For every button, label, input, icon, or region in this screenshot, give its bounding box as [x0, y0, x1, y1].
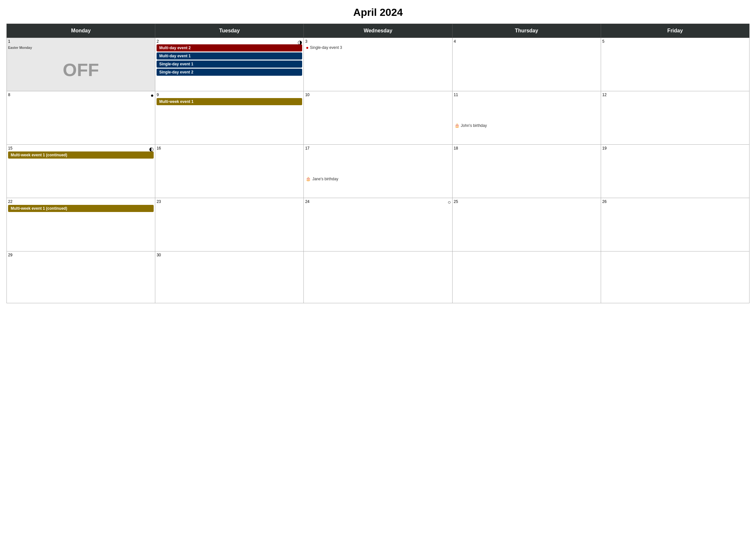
day-24: 24 ○	[304, 198, 452, 251]
week-row-4: 22 Multi-week event 1 (continued) 23 24 …	[7, 198, 749, 251]
day-number-25: 25	[454, 199, 599, 204]
day-number-23: 23	[157, 199, 302, 204]
moon-new-icon: ○	[448, 199, 451, 205]
day-number-19: 19	[602, 146, 748, 151]
day-16: 16	[155, 145, 304, 198]
day-number-1: 1	[8, 39, 154, 44]
day-30: 30	[155, 251, 304, 303]
off-text: OFF	[63, 59, 99, 80]
day-number-4: 4	[454, 39, 599, 44]
day-number-30: 30	[157, 253, 302, 257]
day-12: 12	[601, 91, 749, 145]
day-number-8: 8 ●	[8, 93, 154, 97]
day-9: 9 Multi-week event 1	[155, 91, 304, 145]
day-number-3: 3	[305, 39, 451, 44]
day-3: 3 ● Single-day event 3	[304, 38, 452, 91]
col-friday: Friday	[601, 24, 749, 38]
birthday-icon-jane: 🎂	[306, 176, 311, 181]
day-empty-1	[304, 251, 452, 303]
day-number-16: 16	[157, 146, 302, 151]
john-birthday: 🎂 John's birthday	[454, 123, 599, 128]
moon-half-right-icon: ◑	[298, 39, 302, 45]
week-row-5: 29 30	[7, 251, 749, 303]
day-26: 26	[601, 198, 749, 251]
day-number-5: 5	[602, 39, 748, 44]
day-number-24: 24 ○	[305, 199, 451, 204]
day-5: 5	[601, 38, 749, 91]
multiday1-event[interactable]: Multi-day event 1	[157, 52, 302, 60]
day-number-12: 12	[602, 93, 748, 97]
day-2: 2 ◑ Multi-day event 2 Multi-day event 1 …	[155, 38, 304, 91]
single-event-1[interactable]: Single-day event 1	[157, 61, 302, 68]
dot-icon: ●	[306, 45, 309, 50]
single-event-3-label: Single-day event 3	[310, 45, 342, 50]
day-4: 4	[452, 38, 601, 91]
day-number-11: 11	[454, 93, 599, 97]
day-number-26: 26	[602, 199, 748, 204]
day-11: 11 🎂 John's birthday	[452, 91, 601, 145]
week-row-2: 8 ● 9 Multi-week event 1 10 11 🎂 John's …	[7, 91, 749, 145]
multiweek-event-1-cont-w4[interactable]: Multi-week event 1 (continued)	[8, 205, 154, 212]
single-event-3-dot[interactable]: ● Single-day event 3	[306, 45, 450, 50]
day-number-29: 29	[8, 253, 154, 257]
day-empty-2	[452, 251, 601, 303]
day-8: 8 ●	[7, 91, 155, 145]
day-29: 29	[7, 251, 155, 303]
day-22: 22 Multi-week event 1 (continued)	[7, 198, 155, 251]
moon-full-icon: ●	[151, 93, 154, 99]
birthday-icon-john: 🎂	[454, 123, 460, 128]
easter-label: Easter Monday	[8, 46, 32, 49]
week-row-3: 15 ◐ Multi-week event 1 (continued) 16 1…	[7, 145, 749, 198]
day-number-22: 22	[8, 199, 154, 204]
day-number-10: 10	[305, 93, 451, 97]
day-25: 25	[452, 198, 601, 251]
day-number-18: 18	[454, 146, 599, 151]
day-number-15: 15 ◐	[8, 146, 154, 151]
day-number-9: 9	[157, 93, 302, 97]
john-birthday-label: John's birthday	[461, 123, 487, 128]
col-monday: Monday	[7, 24, 155, 38]
jane-birthday-label: Jane's birthday	[312, 177, 338, 181]
calendar-table: Monday Tuesday Wednesday Thursday Friday…	[7, 24, 749, 303]
single-event-2[interactable]: Single-day event 2	[157, 69, 302, 76]
multiday2-event[interactable]: Multi-day event 2	[157, 44, 302, 51]
day-19: 19	[601, 145, 749, 198]
col-thursday: Thursday	[452, 24, 601, 38]
day-number-2: 2 ◑	[157, 39, 302, 44]
moon-half-left-icon: ◐	[149, 146, 154, 152]
day-17: 17 🎂 Jane's birthday	[304, 145, 452, 198]
col-tuesday: Tuesday	[155, 24, 304, 38]
day-1: 1 Easter Monday OFF	[7, 38, 155, 91]
week-row-1: 1 Easter Monday OFF 2 ◑ Multi-day event …	[7, 38, 749, 91]
day-15: 15 ◐ Multi-week event 1 (continued)	[7, 145, 155, 198]
day-number-17: 17	[305, 146, 451, 151]
day-23: 23	[155, 198, 304, 251]
day-10: 10	[304, 91, 452, 145]
calendar-title: April 2024	[7, 7, 749, 18]
day-18: 18	[452, 145, 601, 198]
jane-birthday: 🎂 Jane's birthday	[306, 176, 450, 181]
col-wednesday: Wednesday	[304, 24, 452, 38]
day-empty-3	[601, 251, 749, 303]
multiweek-event-1-cont-w3[interactable]: Multi-week event 1 (continued)	[8, 152, 154, 158]
header-row: Monday Tuesday Wednesday Thursday Friday	[7, 24, 749, 38]
multiweek-event-1[interactable]: Multi-week event 1	[157, 98, 302, 105]
